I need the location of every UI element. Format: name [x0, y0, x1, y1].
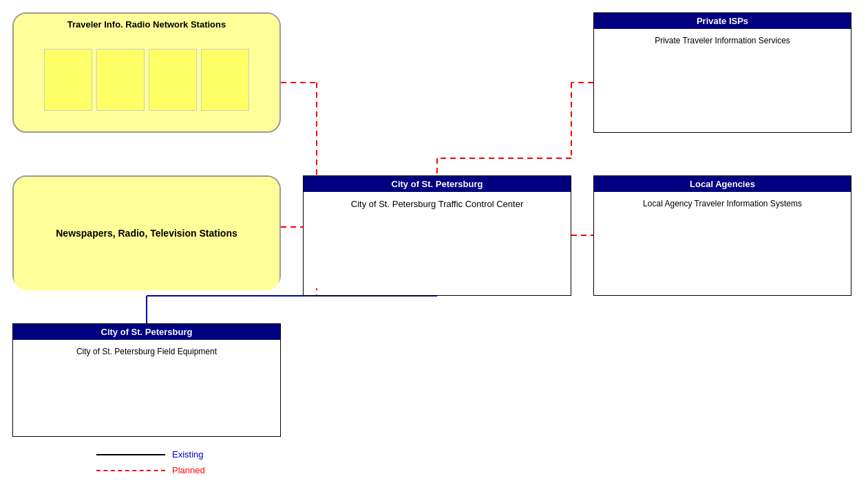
- planned-label: Planned: [172, 465, 205, 475]
- legend: Existing Planned: [96, 449, 205, 475]
- legend-existing: Existing: [96, 449, 205, 460]
- city-traffic-header: City of St. Petersburg: [304, 176, 571, 192]
- local-agencies-header: Local Agencies: [594, 176, 851, 192]
- newspapers-node: Newspapers, Radio, Television Stations: [12, 175, 281, 289]
- private-isps-header: Private ISPs: [594, 13, 851, 29]
- local-agencies-body: Local Agency Traveler Information System…: [594, 192, 851, 288]
- local-agencies-node: Local Agencies Local Agency Traveler Inf…: [593, 175, 851, 296]
- traveler-radio-header: Traveler Info. Radio Network Stations: [14, 14, 279, 35]
- city-traffic-node: City of St. Petersburg City of St. Peter…: [303, 175, 571, 296]
- city-traffic-body: City of St. Petersburg Traffic Control C…: [304, 192, 571, 288]
- planned-line: [96, 470, 165, 471]
- legend-planned: Planned: [96, 465, 205, 475]
- traveler-radio-node: Traveler Info. Radio Network Stations: [12, 12, 281, 133]
- existing-label: Existing: [172, 449, 204, 460]
- private-isps-node: Private ISPs Private Traveler Informatio…: [593, 12, 851, 133]
- existing-line: [96, 454, 165, 455]
- city-field-header: City of St. Petersburg: [13, 324, 280, 340]
- diagram-container: Traveler Info. Radio Network Stations Ne…: [0, 0, 868, 496]
- private-isps-body: Private Traveler Information Services: [594, 29, 851, 125]
- city-field-body: City of St. Petersburg Field Equipment: [13, 340, 280, 429]
- city-field-node: City of St. Petersburg City of St. Peter…: [12, 323, 281, 437]
- newspapers-label: Newspapers, Radio, Television Stations: [56, 227, 237, 241]
